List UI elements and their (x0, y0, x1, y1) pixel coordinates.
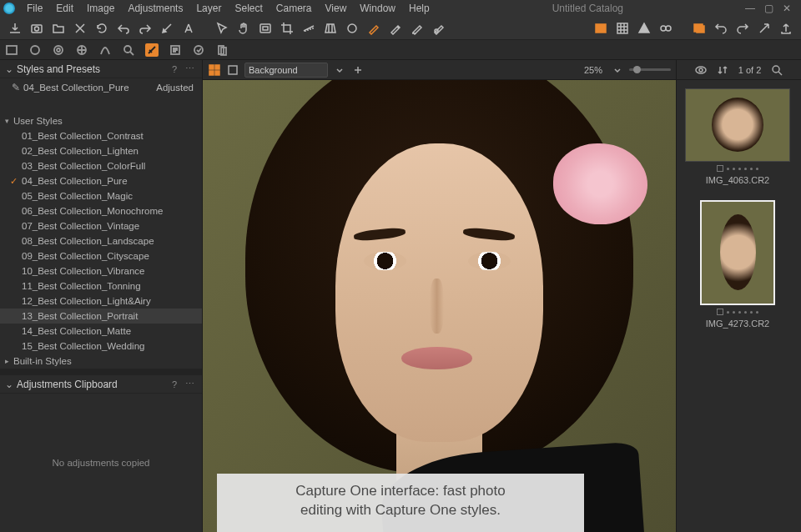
svg-point-26 (696, 67, 706, 73)
loupe-tool-icon[interactable] (259, 22, 272, 35)
erase-mask-icon[interactable] (389, 22, 402, 35)
details-tab-icon[interactable] (122, 43, 135, 57)
panel-menu-icon[interactable]: ⋯ (183, 63, 197, 74)
straighten-tool-icon[interactable] (302, 22, 315, 35)
menu-file[interactable]: File (20, 3, 49, 14)
gradient-mask-icon[interactable] (411, 22, 424, 35)
menu-help[interactable]: Help (402, 3, 436, 14)
folder-icon[interactable] (52, 22, 65, 35)
styles-tab-icon[interactable] (145, 43, 159, 57)
app-logo-icon (3, 3, 15, 14)
style-item[interactable]: 08_Best Collection_Landscape (0, 233, 202, 248)
capture-icon[interactable] (30, 22, 43, 35)
style-item[interactable]: 02_Best Collection_Lighten (0, 143, 202, 158)
window-minimize-icon[interactable]: — (744, 3, 756, 14)
metadata-tab-icon[interactable] (169, 43, 182, 57)
add-layer-icon[interactable] (351, 63, 365, 77)
layer-select[interactable]: Background (244, 63, 328, 78)
zoom-label[interactable]: 25% (581, 65, 606, 75)
rating-dots[interactable] (717, 165, 758, 172)
menu-camera[interactable]: Camera (270, 3, 319, 14)
thumbnail[interactable]: IMG_4273.CR2 (685, 200, 790, 329)
draw-mask-icon[interactable] (367, 22, 380, 35)
redo-icon[interactable] (139, 22, 152, 35)
builtin-styles-section[interactable]: ▸Built-in Styles (0, 354, 202, 369)
single-view-icon[interactable] (226, 63, 239, 77)
thumbnail[interactable]: IMG_4063.CR2 (685, 88, 790, 185)
warning-icon[interactable] (637, 22, 651, 35)
menu-select[interactable]: Select (228, 3, 269, 14)
layer-dropdown-icon[interactable] (333, 63, 346, 77)
style-item[interactable]: 15_Best Collection_Wedding (0, 339, 202, 354)
menu-window[interactable]: Window (353, 3, 402, 14)
exposure-warning-icon[interactable] (594, 22, 607, 35)
rating-dots[interactable] (717, 309, 758, 315)
annotate-icon[interactable] (160, 22, 174, 35)
menu-edit[interactable]: Edit (49, 3, 80, 14)
grid-icon[interactable] (616, 22, 629, 35)
user-styles-section[interactable]: ▾User Styles (0, 113, 202, 128)
window-maximize-icon[interactable]: ▢ (763, 3, 774, 14)
batch-tab-icon[interactable] (215, 43, 229, 57)
style-item[interactable]: 13_Best Collection_Portrait (0, 309, 202, 324)
style-item[interactable]: 07_Best Collection_Vintage (0, 218, 202, 233)
sort-icon[interactable] (717, 64, 728, 76)
window-close-icon[interactable]: ✕ (781, 3, 793, 14)
style-item[interactable]: 03_Best Collection_ColorFull (0, 158, 202, 173)
reset-icon[interactable] (95, 22, 108, 35)
svg-rect-2 (260, 24, 270, 33)
menu-view[interactable]: View (319, 3, 354, 14)
style-item[interactable]: 01_Best Collection_Contrast (0, 128, 202, 143)
clipboard-panel-header[interactable]: ⌄ Adjustments Clipboard ? ⋯ (0, 375, 202, 394)
rotate-right-icon[interactable] (736, 22, 749, 35)
eye-icon[interactable] (695, 64, 707, 76)
clipboard-title: Adjustments Clipboard (17, 379, 166, 390)
clipboard-empty-text: No adjustments copied (53, 458, 150, 468)
reject-icon[interactable] (73, 22, 87, 35)
panel-help-icon[interactable]: ? (169, 379, 179, 389)
panel-help-icon[interactable]: ? (169, 64, 179, 74)
capture-tab-icon[interactable] (28, 43, 42, 57)
color-tab-icon[interactable] (75, 43, 88, 57)
workspace-icon[interactable] (693, 22, 706, 35)
import-icon[interactable] (8, 22, 22, 35)
svg-point-16 (124, 46, 131, 53)
hand-tool-icon[interactable] (237, 22, 250, 35)
search-icon[interactable] (771, 64, 783, 76)
panel-menu-icon[interactable]: ⋯ (183, 379, 197, 389)
lens-tab-icon[interactable] (52, 43, 65, 57)
image-viewer[interactable] (203, 80, 676, 532)
cursor-tool-icon[interactable] (215, 22, 229, 35)
zoom-dropdown-icon[interactable] (611, 63, 624, 77)
rotate-left-icon[interactable] (714, 22, 728, 35)
library-tab-icon[interactable] (5, 43, 18, 57)
style-item[interactable]: 12_Best Collection_Light&Airy (0, 294, 202, 309)
spot-tool-icon[interactable] (345, 22, 359, 35)
style-item[interactable]: 05_Best Collection_Magic (0, 188, 202, 203)
svg-rect-11 (7, 46, 17, 54)
menu-layer[interactable]: Layer (189, 3, 228, 14)
style-item[interactable]: 11_Best Collection_Tonning (0, 279, 202, 294)
style-item[interactable]: 04_Best Collection_Pure (0, 173, 202, 188)
style-item[interactable]: 09_Best Collection_Cityscape (0, 248, 202, 263)
undo-icon[interactable] (117, 22, 130, 35)
share-icon[interactable] (779, 22, 793, 35)
menu-image[interactable]: Image (80, 3, 121, 14)
svg-rect-23 (209, 71, 214, 75)
menu-adjustments[interactable]: Adjustments (121, 3, 189, 14)
radial-mask-icon[interactable] (432, 22, 446, 35)
style-item[interactable]: 10_Best Collection_Vibrance (0, 263, 202, 279)
style-item[interactable]: 14_Best Collection_Matte (0, 324, 202, 339)
zoom-slider[interactable] (629, 68, 671, 71)
svg-point-1 (35, 27, 39, 31)
styles-panel-header[interactable]: ⌄ Styles and Presets ? ⋯ (0, 60, 202, 78)
process-icon[interactable] (758, 22, 771, 35)
style-item[interactable]: 06_Best Collection_Monochrome (0, 203, 202, 218)
crop-tool-icon[interactable] (280, 22, 294, 35)
focus-mask-icon[interactable] (659, 22, 673, 35)
multi-view-icon[interactable] (208, 63, 221, 77)
text-tool-icon[interactable] (182, 22, 195, 35)
keystone-tool-icon[interactable] (324, 22, 337, 35)
exposure-tab-icon[interactable] (98, 43, 112, 57)
output-tab-icon[interactable] (192, 43, 205, 57)
